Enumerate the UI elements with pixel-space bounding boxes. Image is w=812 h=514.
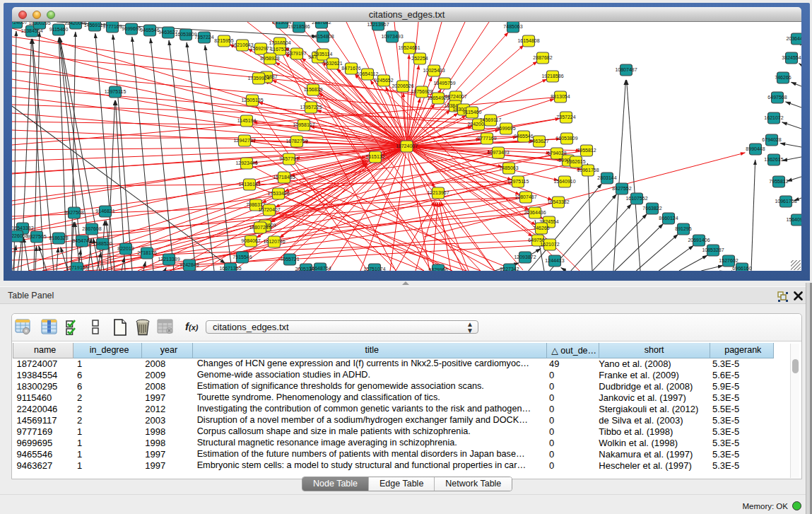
svg-text:10961758: 10961758: [577, 168, 599, 173]
svg-text:9777169: 9777169: [477, 136, 496, 141]
svg-text:9084067: 9084067: [241, 238, 260, 243]
svg-text:2867608: 2867608: [82, 226, 101, 231]
svg-text:1362615: 1362615: [764, 157, 783, 162]
svg-text:891295: 891295: [675, 226, 691, 231]
svg-text:822013: 822013: [117, 246, 134, 251]
svg-text:20206526: 20206526: [392, 83, 413, 88]
svg-text:1362615: 1362615: [566, 159, 585, 164]
svg-text:9463627: 9463627: [529, 139, 548, 144]
svg-text:17359924: 17359924: [247, 76, 269, 81]
svg-text:12505135: 12505135: [241, 98, 263, 103]
svg-text:10958107: 10958107: [293, 122, 314, 127]
svg-text:12213967: 12213967: [427, 190, 449, 195]
svg-text:2718176: 2718176: [137, 250, 156, 255]
svg-text:7515546: 7515546: [233, 255, 252, 259]
svg-text:2803144: 2803144: [597, 175, 616, 180]
svg-text:9699695: 9699695: [496, 126, 515, 131]
svg-text:7485063: 7485063: [499, 165, 518, 170]
svg-text:19218586: 19218586: [288, 24, 310, 29]
svg-text:7357224: 7357224: [556, 115, 575, 119]
svg-text:19218586: 19218586: [541, 74, 563, 78]
svg-text:20691406: 20691406: [688, 238, 710, 243]
svg-text:18300295: 18300295: [28, 22, 50, 25]
svg-text:16053809: 16053809: [175, 32, 196, 37]
svg-text:6966160: 6966160: [732, 266, 751, 271]
svg-text:16648764: 16648764: [309, 266, 331, 271]
svg-text:16154808: 16154808: [517, 38, 539, 43]
svg-text:6794028: 6794028: [762, 137, 781, 142]
svg-text:15640910: 15640910: [786, 217, 801, 222]
svg-text:6879197: 6879197: [287, 51, 306, 56]
svg-text:16543382: 16543382: [12, 226, 34, 230]
svg-text:7632621: 7632621: [323, 61, 342, 66]
svg-text:7485063: 7485063: [503, 24, 522, 29]
svg-text:6497568: 6497568: [767, 95, 787, 100]
svg-text:8427552: 8427552: [612, 186, 631, 191]
svg-text:1588520: 1588520: [93, 241, 112, 246]
svg-text:9115460: 9115460: [463, 110, 482, 115]
svg-text:19524651: 19524651: [398, 45, 420, 50]
svg-text:9146821: 9146821: [95, 209, 114, 214]
svg-text:14569117: 14569117: [480, 117, 502, 122]
svg-text:9777169: 9777169: [102, 24, 122, 29]
svg-text:12093872: 12093872: [514, 255, 536, 259]
svg-text:15720407: 15720407: [258, 207, 280, 212]
svg-text:18495759: 18495759: [433, 81, 455, 86]
svg-text:17957225: 17957225: [300, 105, 322, 110]
svg-text:1156839: 1156839: [304, 87, 323, 92]
svg-text:9329966: 9329966: [428, 267, 447, 271]
svg-text:12942737: 12942737: [233, 138, 255, 143]
svg-text:252254: 252254: [411, 56, 428, 61]
svg-text:15751074: 15751074: [363, 267, 385, 271]
svg-text:15640910: 15640910: [553, 179, 575, 184]
svg-text:10719155: 10719155: [66, 265, 88, 270]
svg-text:8660124: 8660124: [659, 216, 678, 221]
svg-text:7986372: 7986372: [246, 202, 265, 207]
svg-text:10961758: 10961758: [775, 199, 796, 204]
svg-text:7955812: 7955812: [577, 148, 596, 153]
svg-text:9465546: 9465546: [140, 28, 159, 33]
svg-text:9242848: 9242848: [180, 262, 199, 267]
svg-text:9227342: 9227342: [500, 267, 519, 271]
svg-text:1145194: 1145194: [237, 118, 257, 123]
svg-text:746266: 746266: [533, 226, 549, 230]
svg-text:12975115: 12975115: [105, 89, 126, 94]
svg-text:1621072: 1621072: [540, 242, 559, 247]
svg-text:10973493: 10973493: [381, 34, 403, 39]
svg-text:9245652: 9245652: [374, 78, 393, 83]
svg-text:7357224: 7357224: [194, 35, 213, 40]
svg-text:1527602: 1527602: [719, 258, 738, 263]
svg-text:10807487: 10807487: [615, 67, 637, 72]
svg-text:16543382: 16543382: [547, 199, 569, 204]
svg-text:9115460: 9115460: [49, 27, 69, 32]
svg-text:20364436: 20364436: [524, 210, 546, 215]
svg-text:9827508: 9827508: [64, 210, 83, 215]
svg-text:12213967: 12213967: [367, 22, 389, 27]
svg-text:8813054: 8813054: [551, 94, 570, 99]
svg-text:16053809: 16053809: [555, 136, 577, 141]
svg-text:12213389: 12213389: [158, 257, 180, 262]
svg-text:7663822: 7663822: [642, 206, 661, 211]
svg-text:8454749: 8454749: [72, 238, 91, 243]
svg-text:9699695: 9699695: [122, 26, 141, 31]
svg-text:15692971: 15692971: [249, 46, 271, 51]
svg-text:8471676: 8471676: [341, 66, 360, 71]
svg-text:16671355: 16671355: [219, 266, 241, 271]
svg-text:8958928: 8958928: [260, 56, 279, 61]
svg-text:1621072: 1621072: [764, 115, 783, 120]
svg-text:17533426: 17533426: [267, 191, 289, 196]
svg-text:9465546: 9465546: [514, 134, 533, 139]
svg-text:1615132: 1615132: [365, 154, 384, 159]
svg-text:3824554: 3824554: [782, 55, 801, 60]
svg-text:16120746: 16120746: [263, 239, 285, 244]
svg-text:12975115: 12975115: [507, 179, 529, 184]
svg-text:10973493: 10973493: [487, 150, 509, 155]
svg-text:10853287: 10853287: [702, 247, 724, 252]
svg-text:2887682: 2887682: [312, 22, 331, 25]
svg-text:10654112: 10654112: [357, 71, 379, 76]
svg-text:2935114: 2935114: [314, 52, 333, 57]
svg-text:14136141: 14136141: [238, 182, 260, 187]
svg-text:16782759: 16782759: [286, 139, 307, 144]
svg-text:2887682: 2887682: [533, 55, 552, 60]
svg-text:1244413: 1244413: [545, 258, 564, 263]
